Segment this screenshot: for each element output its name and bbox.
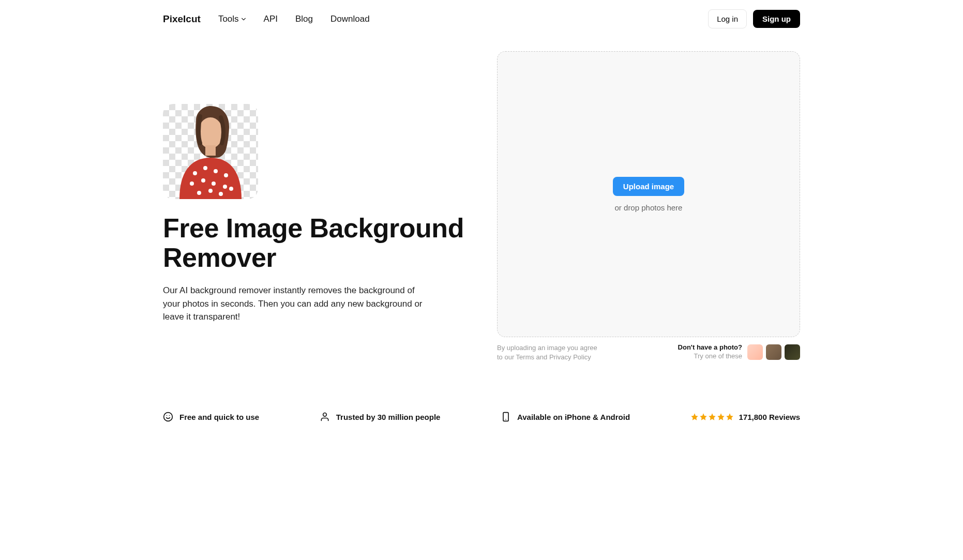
nav-api[interactable]: API [264, 14, 278, 24]
svg-point-2 [193, 171, 197, 175]
svg-point-10 [197, 191, 201, 195]
login-button[interactable]: Log in [708, 9, 747, 28]
feature-free: Free and quick to use [163, 412, 259, 422]
brand-logo[interactable]: PixeIcut [163, 13, 201, 25]
svg-point-9 [223, 185, 227, 189]
phone-icon [501, 412, 511, 422]
review-count: 171,800 Reviews [739, 413, 800, 421]
upload-meta: By uploading an image you agree to our T… [497, 343, 800, 362]
nav-tools[interactable]: Tools [218, 14, 246, 24]
svg-point-14 [164, 413, 173, 421]
reviews-block[interactable]: 171,800 Reviews [690, 413, 800, 421]
page-description: Our AI background remover instantly remo… [163, 284, 432, 324]
person-cutout-icon [169, 106, 252, 199]
sample-title: Don't have a photo? [678, 343, 742, 352]
feature-trusted: Trusted by 30 million people [320, 412, 441, 422]
main-nav: Tools API Blog Download [218, 14, 370, 24]
header-left: PixeIcut Tools API Blog Download [163, 13, 370, 25]
nav-tools-label: Tools [218, 14, 239, 24]
star-icon [726, 413, 734, 421]
upload-dropzone[interactable]: Upload image or drop photos here [497, 51, 800, 337]
hero-left: Free Image Background Remover Our AI bac… [163, 51, 476, 362]
sample-text: Don't have a photo? Try one of these [678, 343, 742, 361]
smile-icon [163, 412, 173, 422]
star-icon [708, 413, 716, 421]
sample-thumb-3[interactable] [785, 344, 800, 360]
hero-demo-image [163, 104, 258, 199]
stars [690, 413, 734, 421]
feature-mobile-label: Available on iPhone & Android [517, 413, 630, 421]
feature-mobile: Available on iPhone & Android [501, 412, 630, 422]
feature-free-label: Free and quick to use [179, 413, 259, 421]
svg-point-6 [190, 181, 194, 186]
svg-point-13 [229, 187, 233, 191]
svg-point-12 [219, 192, 223, 196]
chevron-down-icon [241, 17, 246, 22]
svg-point-3 [203, 166, 207, 170]
star-icon [717, 413, 725, 421]
sample-thumb-1[interactable] [747, 344, 763, 360]
svg-rect-1 [205, 145, 216, 156]
features-strip: Free and quick to use Trusted by 30 mill… [163, 412, 800, 422]
nav-download[interactable]: Download [330, 14, 370, 24]
nav-blog[interactable]: Blog [295, 14, 313, 24]
svg-point-5 [224, 173, 228, 177]
svg-point-17 [323, 413, 326, 417]
header-right: Log in Sign up [708, 9, 800, 28]
svg-point-11 [208, 189, 213, 193]
header: PixeIcut Tools API Blog Download Log in … [163, 0, 800, 38]
page-title: Free Image Background Remover [163, 214, 476, 273]
feature-trusted-label: Trusted by 30 million people [336, 413, 441, 421]
star-icon [690, 413, 699, 421]
person-icon [320, 412, 330, 422]
svg-point-8 [212, 181, 216, 186]
drop-hint-text: or drop photos here [615, 203, 683, 212]
hero-right: Upload image or drop photos here By uplo… [497, 51, 800, 362]
sample-thumb-2[interactable] [766, 344, 781, 360]
svg-point-7 [201, 178, 205, 183]
star-icon [699, 413, 708, 421]
svg-point-4 [214, 169, 218, 173]
upload-button[interactable]: Upload image [613, 177, 684, 196]
hero-section: Free Image Background Remover Our AI bac… [163, 51, 800, 362]
sample-thumbs [747, 344, 800, 360]
upload-terms: By uploading an image you agree to our T… [497, 343, 600, 362]
sample-block: Don't have a photo? Try one of these [678, 343, 800, 361]
signup-button[interactable]: Sign up [753, 10, 800, 28]
sample-subtitle: Try one of these [678, 352, 742, 361]
